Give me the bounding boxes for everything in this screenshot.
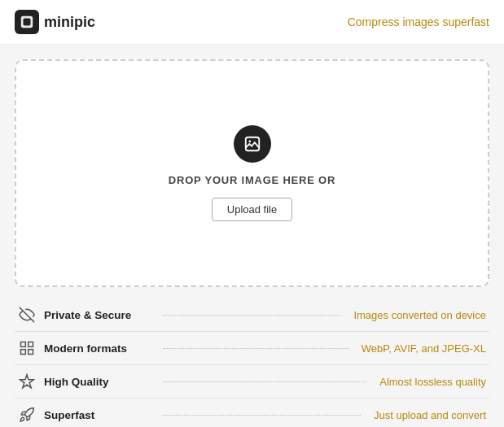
feature-row-quality: High Quality Almost lossless quality	[15, 365, 489, 399]
grid-icon	[18, 339, 36, 357]
image-icon	[243, 135, 261, 153]
rocket-icon	[18, 406, 36, 424]
header: minipic Compress images superfast	[0, 0, 504, 45]
feature-desc-speed: Just upload and convert	[374, 409, 486, 421]
svg-point-3	[248, 140, 251, 142]
feature-left-formats: Modern formats	[18, 339, 353, 357]
dropzone-label: DROP YOUR IMAGE HERE OR	[169, 174, 335, 186]
feature-row-speed: Superfast Just upload and convert	[15, 399, 489, 427]
upload-file-button[interactable]: Upload file	[212, 198, 292, 221]
main-content: DROP YOUR IMAGE HERE OR Upload file Priv…	[0, 45, 504, 427]
svg-rect-5	[21, 342, 26, 347]
sparkle-icon	[18, 373, 36, 390]
feature-dots-quality	[163, 381, 366, 382]
features-section: Private & Secure Images converted on dev…	[15, 298, 489, 427]
feature-dots-private	[163, 315, 340, 316]
svg-rect-6	[28, 342, 33, 347]
feature-name-speed: Superfast	[44, 409, 150, 421]
dropzone-icon	[234, 125, 271, 163]
logo-area: minipic	[15, 10, 95, 34]
feature-dots-formats	[163, 348, 348, 349]
svg-rect-1	[24, 19, 31, 26]
feature-left-speed: Superfast	[18, 406, 366, 424]
feature-desc-formats: WebP, AVIF, and JPEG-XL	[362, 342, 486, 355]
feature-name-quality: High Quality	[44, 376, 150, 388]
feature-row-private: Private & Secure Images converted on dev…	[15, 298, 489, 332]
header-tagline: Compress images superfast	[348, 15, 489, 28]
logo-icon	[15, 10, 39, 34]
feature-dots-speed	[163, 415, 361, 416]
svg-rect-8	[21, 350, 26, 355]
svg-rect-7	[28, 350, 33, 355]
feature-left-private: Private & Secure	[18, 306, 345, 324]
dropzone[interactable]: DROP YOUR IMAGE HERE OR Upload file	[15, 59, 489, 287]
feature-desc-private: Images converted on device	[353, 309, 486, 321]
feature-left-quality: High Quality	[18, 373, 371, 390]
svg-rect-2	[245, 137, 259, 151]
eye-off-icon	[18, 306, 36, 324]
logo-text: minipic	[44, 14, 95, 31]
feature-desc-quality: Almost lossless quality	[379, 376, 486, 388]
feature-name-formats: Modern formats	[44, 342, 150, 355]
feature-row-formats: Modern formats WebP, AVIF, and JPEG-XL	[15, 332, 489, 365]
feature-name-private: Private & Secure	[44, 309, 150, 321]
